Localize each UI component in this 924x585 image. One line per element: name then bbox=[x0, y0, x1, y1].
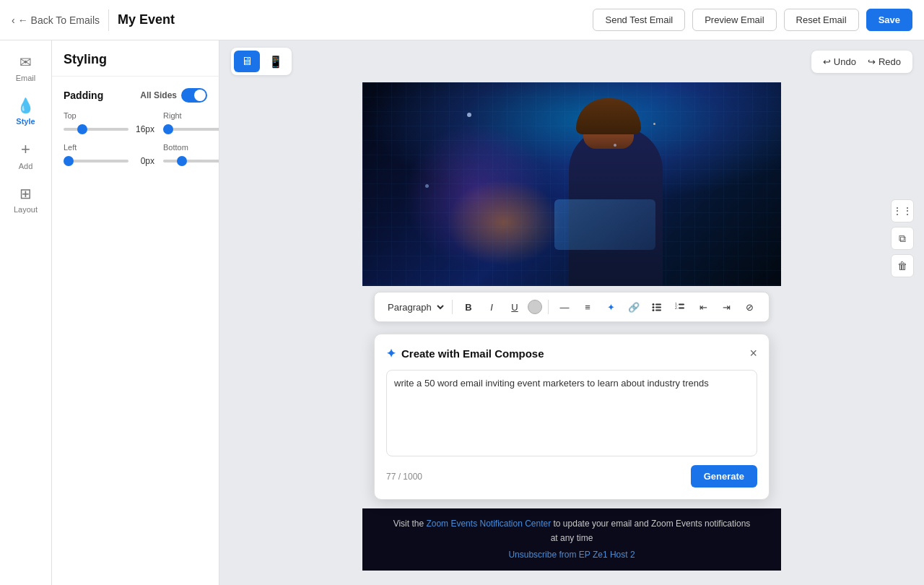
generate-button[interactable]: Generate bbox=[691, 465, 757, 488]
save-button[interactable]: Save bbox=[866, 9, 912, 31]
indent-increase-button[interactable]: ⇥ bbox=[716, 297, 736, 317]
sidebar-item-style[interactable]: 💧 Style bbox=[0, 90, 51, 133]
ai-compose-wrapper: ✦ Create with Email Compose × 77 / 1000 … bbox=[362, 325, 781, 508]
sidebar-add-label: Add bbox=[19, 162, 33, 170]
email-content: Paragraph B I U — ≡ ✦ 🔗 bbox=[362, 82, 781, 571]
top-divider bbox=[108, 9, 109, 31]
style-panel: Styling Padding All Sides Top 16px bbox=[52, 40, 219, 585]
redo-button[interactable]: ↪ Redo bbox=[863, 55, 905, 69]
email-preview-wrapper: Paragraph B I U — ≡ ✦ 🔗 bbox=[219, 82, 924, 585]
svg-rect-1 bbox=[655, 304, 661, 306]
svg-point-4 bbox=[653, 309, 655, 311]
svg-text:2.: 2. bbox=[675, 306, 678, 310]
side-action-grid[interactable]: ⋮⋮ bbox=[891, 199, 914, 222]
toolbar-divider-2 bbox=[548, 300, 549, 314]
padding-grid: Top 16px Right 0px Left bbox=[64, 111, 207, 166]
back-to-emails-link[interactable]: ‹ ← Back To Emails bbox=[12, 14, 100, 26]
padding-right-slider[interactable] bbox=[163, 128, 219, 131]
email-footer: Visit the Zoom Events Notification Cente… bbox=[362, 508, 781, 571]
preview-email-button[interactable]: Preview Email bbox=[692, 9, 776, 31]
sidebar-item-add[interactable]: + Add bbox=[0, 133, 51, 178]
padding-left-slider-row: 0px bbox=[64, 156, 154, 166]
padding-bottom-slider[interactable] bbox=[163, 160, 219, 162]
undo-icon: ↩ bbox=[823, 56, 831, 67]
sidebar-style-label: Style bbox=[16, 117, 35, 126]
numbered-list-button[interactable]: 1.2. bbox=[670, 297, 690, 317]
footer-at-any-time: at any time bbox=[377, 532, 767, 545]
italic-button[interactable]: I bbox=[481, 297, 502, 317]
undo-button[interactable]: ↩ Undo bbox=[819, 55, 860, 69]
redo-icon: ↪ bbox=[868, 56, 876, 67]
undo-label: Undo bbox=[834, 56, 856, 67]
padding-top-slider[interactable] bbox=[64, 128, 128, 131]
svg-point-0 bbox=[653, 303, 655, 306]
link-button[interactable]: 🔗 bbox=[624, 297, 644, 317]
bullet-list-button[interactable] bbox=[647, 297, 667, 317]
padding-top-value: 16px bbox=[133, 124, 154, 134]
ai-compose-header: ✦ Create with Email Compose × bbox=[386, 346, 757, 361]
padding-top-field: Top 16px bbox=[64, 111, 154, 134]
padding-left-slider[interactable] bbox=[64, 160, 128, 162]
footer-notification-center-link[interactable]: Zoom Events Notification Center bbox=[426, 519, 551, 529]
padding-right-field: Right 0px bbox=[163, 111, 219, 134]
reset-email-button[interactable]: Reset Email bbox=[784, 9, 859, 31]
paragraph-select[interactable]: Paragraph bbox=[382, 300, 446, 315]
svg-rect-9 bbox=[679, 308, 684, 309]
padding-bottom-slider-row: 16px bbox=[163, 156, 219, 166]
all-sides-control: All Sides bbox=[140, 88, 207, 103]
side-action-duplicate[interactable]: ⧉ bbox=[891, 227, 914, 250]
desktop-icon: 🖥 bbox=[241, 55, 253, 68]
ai-compose-textarea[interactable] bbox=[386, 370, 757, 456]
ai-compose-footer: 77 / 1000 Generate bbox=[386, 465, 757, 488]
sidebar-icons: ✉ Email 💧 Style + Add ⊞ Layout bbox=[0, 40, 52, 585]
style-icon: 💧 bbox=[17, 97, 35, 114]
svg-point-2 bbox=[653, 306, 655, 308]
padding-right-label: Right bbox=[163, 111, 219, 120]
underline-button[interactable]: U bbox=[505, 297, 525, 317]
all-sides-label: All Sides bbox=[140, 90, 177, 100]
canvas-toolbar: 🖥 📱 ↩ Undo ↪ Redo bbox=[219, 40, 924, 82]
send-test-email-button[interactable]: Send Test Email bbox=[593, 9, 685, 31]
ai-compose-title: ✦ Create with Email Compose bbox=[386, 347, 544, 360]
side-action-delete[interactable]: 🗑 bbox=[891, 254, 914, 277]
all-sides-toggle[interactable] bbox=[181, 88, 207, 103]
clear-format-button[interactable]: ⊘ bbox=[739, 297, 759, 317]
ai-compose-button[interactable]: ✦ bbox=[601, 297, 621, 317]
padding-left-value: 0px bbox=[133, 156, 154, 166]
unsubscribe-link[interactable]: Unsubscribe from EP Ze1 Host 2 bbox=[508, 550, 635, 560]
padding-left-label: Left bbox=[64, 143, 154, 152]
padding-top-label: Top bbox=[64, 111, 154, 120]
format-toolbar-wrapper: Paragraph B I U — ≡ ✦ 🔗 bbox=[362, 286, 781, 325]
padding-bottom-label: Bottom bbox=[163, 143, 219, 152]
format-toolbar: Paragraph B I U — ≡ ✦ 🔗 bbox=[374, 292, 770, 322]
sidebar-layout-label: Layout bbox=[14, 205, 38, 214]
footer-unsubscribe-wrapper: Unsubscribe from EP Ze1 Host 2 bbox=[377, 548, 767, 562]
ai-sparkle-icon: ✦ bbox=[386, 347, 396, 360]
padding-section-title: Padding All Sides bbox=[64, 88, 207, 103]
mobile-view-button[interactable]: 📱 bbox=[263, 51, 289, 72]
padding-left-field: Left 0px bbox=[64, 143, 154, 166]
mobile-icon: 📱 bbox=[269, 55, 283, 69]
ai-compose-close-button[interactable]: × bbox=[749, 346, 757, 361]
bold-button[interactable]: B bbox=[458, 297, 479, 317]
email-hero-image[interactable] bbox=[362, 82, 781, 286]
style-panel-header: Styling bbox=[52, 40, 219, 77]
redo-label: Redo bbox=[879, 56, 901, 67]
view-toggle: 🖥 📱 bbox=[231, 48, 292, 75]
footer-text-visit: Visit the bbox=[393, 519, 424, 529]
svg-rect-3 bbox=[655, 307, 661, 308]
layout-icon: ⊞ bbox=[19, 185, 32, 202]
sidebar-item-layout[interactable]: ⊞ Layout bbox=[0, 178, 51, 221]
padding-section: Padding All Sides Top 16px Right bbox=[52, 77, 219, 178]
color-swatch[interactable] bbox=[528, 300, 542, 314]
add-icon: + bbox=[21, 140, 30, 159]
hero-figure bbox=[547, 98, 706, 286]
desktop-view-button[interactable]: 🖥 bbox=[234, 51, 260, 72]
align-button[interactable]: ≡ bbox=[578, 297, 598, 317]
toolbar-divider-1 bbox=[452, 300, 453, 314]
email-footer-line1: Visit the Zoom Events Notification Cente… bbox=[377, 517, 767, 531]
indent-decrease-button[interactable]: ⇤ bbox=[693, 297, 713, 317]
horizontal-rule-button[interactable]: — bbox=[554, 297, 575, 317]
style-panel-title: Styling bbox=[64, 52, 107, 66]
sidebar-item-email[interactable]: ✉ Email bbox=[0, 46, 51, 90]
